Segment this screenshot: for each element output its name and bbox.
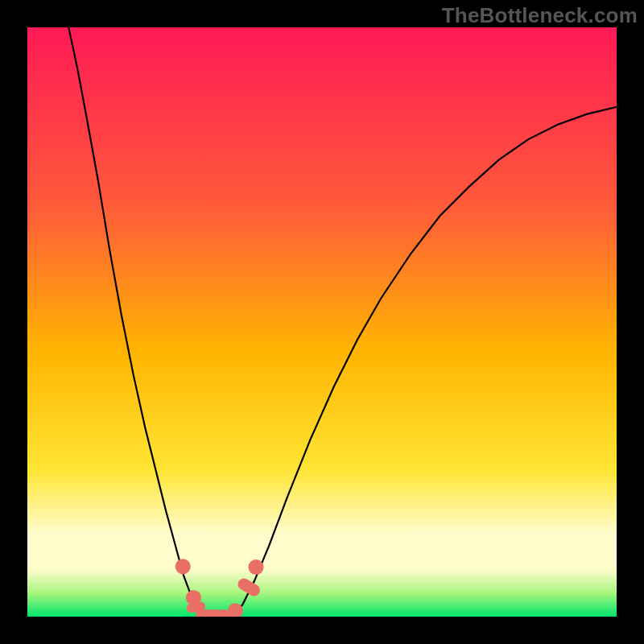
- watermark-text: TheBottleneck.com: [442, 3, 638, 28]
- bottleneck-chart: [27, 27, 617, 617]
- chart-frame: TheBottleneck.com: [0, 0, 644, 644]
- data-marker: [249, 559, 264, 575]
- data-marker: [175, 559, 191, 574]
- gradient-bg: [27, 27, 617, 617]
- plot-area: [27, 27, 617, 617]
